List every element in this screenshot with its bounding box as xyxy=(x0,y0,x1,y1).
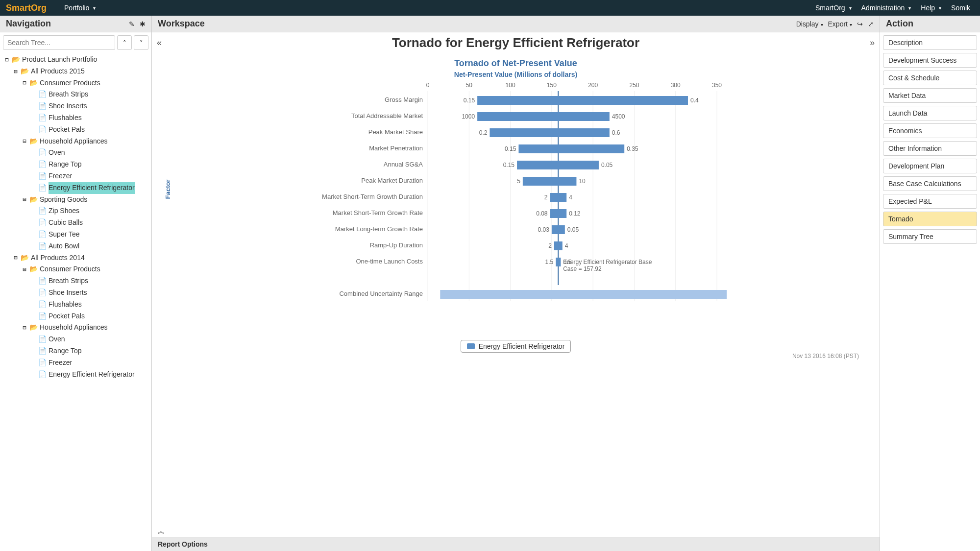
action-item[interactable]: Development Success xyxy=(883,53,977,68)
tree-item[interactable]: ⊟📂Sporting Goods xyxy=(4,194,147,206)
tree-label: Energy Efficient Refrigerator xyxy=(49,182,135,194)
svg-rect-30 xyxy=(518,144,624,153)
action-item[interactable]: Cost & Schedule xyxy=(883,71,977,85)
svg-text:0.08: 0.08 xyxy=(536,210,548,217)
tree-item[interactable]: 📄Flushables xyxy=(4,112,147,124)
search-input[interactable] xyxy=(3,35,115,50)
svg-text:150: 150 xyxy=(546,82,556,89)
action-item[interactable]: Economics xyxy=(883,123,977,138)
tree-item[interactable]: 📄Range Top xyxy=(4,159,147,170)
svg-rect-64 xyxy=(440,290,727,299)
tree-item[interactable]: ⊟📂Consumer Products xyxy=(4,264,147,275)
tree-item[interactable]: 📄Auto Bowl xyxy=(4,240,147,252)
tree-item[interactable]: ⊟📂Household Appliances xyxy=(4,136,147,147)
topmenu-smartorg[interactable]: SmartOrg xyxy=(811,2,856,14)
export-menu[interactable]: Export xyxy=(828,20,852,28)
collapse-right-icon[interactable]: » xyxy=(870,38,875,48)
tree-item[interactable]: 📄Energy Efficient Refrigerator xyxy=(4,182,147,194)
svg-text:One-time Launch Costs: One-time Launch Costs xyxy=(356,258,423,265)
file-icon: 📄 xyxy=(38,334,47,345)
action-item[interactable]: Description xyxy=(883,35,977,50)
report-options-header[interactable]: Report Options xyxy=(152,537,880,551)
tree-item[interactable]: 📄Zip Shoes xyxy=(4,205,147,217)
navigation-panel: Navigation ✎ ✱ ˄ ˅ ⊟📂Product Launch Port… xyxy=(0,16,152,551)
svg-text:Peak Market Duration: Peak Market Duration xyxy=(361,177,423,184)
toggle-icon[interactable]: ⊟ xyxy=(22,264,27,274)
action-item[interactable]: Expected P&L xyxy=(883,194,977,209)
svg-text:10: 10 xyxy=(579,178,586,185)
svg-text:1.5: 1.5 xyxy=(545,259,553,265)
action-item[interactable]: Market Data xyxy=(883,88,977,103)
topmenu-help[interactable]: Help xyxy=(917,2,945,14)
display-menu[interactable]: Display xyxy=(796,20,823,28)
tree-item[interactable]: 📄Flushables xyxy=(4,299,147,311)
svg-rect-22 xyxy=(477,112,610,121)
topmenu-somik[interactable]: Somik xyxy=(947,2,974,14)
share-icon[interactable]: ↪ xyxy=(857,20,863,28)
tree-item[interactable]: 📄Range Top xyxy=(4,345,147,357)
tree-item[interactable]: 📄Oven xyxy=(4,147,147,159)
tree-label: Energy Efficient Refrigerator xyxy=(49,369,135,381)
report-options-toggle[interactable]: ︽ xyxy=(152,526,880,537)
tree-item[interactable]: 📄Cubic Balls xyxy=(4,217,147,229)
workspace-panel: Workspace Display Export ↪ ⤢ « Tornado f… xyxy=(152,16,880,551)
tree-label: Super Tee xyxy=(49,229,80,240)
tree-item[interactable]: ⊟📂Product Launch Portfolio xyxy=(4,54,147,66)
search-next-button[interactable]: ˅ xyxy=(134,35,148,50)
folder-icon: 📂 xyxy=(29,264,38,275)
tree-item[interactable]: 📄Shoe Inserts xyxy=(4,287,147,299)
expand-icon[interactable]: ⤢ xyxy=(868,20,874,28)
action-item[interactable]: Development Plan xyxy=(883,159,977,173)
tree-item[interactable]: 📄Energy Efficient Refrigerator xyxy=(4,369,147,381)
tree-item[interactable]: 📄Oven xyxy=(4,334,147,345)
svg-text:0.03: 0.03 xyxy=(538,226,549,233)
toggle-icon[interactable]: ⊟ xyxy=(22,323,27,333)
svg-text:0.35: 0.35 xyxy=(627,145,638,152)
folder-icon: 📂 xyxy=(29,77,38,89)
svg-text:Market Short-Term Growth Durat: Market Short-Term Growth Duration xyxy=(322,193,423,200)
tree-item[interactable]: 📄Shoe Inserts xyxy=(4,100,147,112)
svg-text:4: 4 xyxy=(564,242,568,249)
svg-text:Combined Uncertainty Range: Combined Uncertainty Range xyxy=(339,290,423,297)
tree-item[interactable]: 📄Pocket Pals xyxy=(4,311,147,322)
toggle-icon[interactable]: ⊟ xyxy=(22,78,27,88)
action-item[interactable]: Summary Tree xyxy=(883,229,977,244)
gear-icon[interactable]: ✱ xyxy=(140,20,146,28)
edit-icon[interactable]: ✎ xyxy=(129,20,135,28)
tree-item[interactable]: 📄Super Tee xyxy=(4,229,147,240)
collapse-left-icon[interactable]: « xyxy=(157,38,162,48)
toggle-icon[interactable]: ⊟ xyxy=(13,253,19,263)
action-item[interactable]: Base Case Calculations xyxy=(883,176,977,191)
tree-item[interactable]: 📄Freezer xyxy=(4,357,147,369)
action-item[interactable]: Other Information xyxy=(883,141,977,156)
file-icon: 📄 xyxy=(38,159,47,170)
svg-text:0.05: 0.05 xyxy=(567,226,579,233)
svg-text:Annual SG&A: Annual SG&A xyxy=(383,161,423,168)
search-prev-button[interactable]: ˄ xyxy=(117,35,132,50)
tree-item[interactable]: ⊟📂Household Appliances xyxy=(4,322,147,334)
toggle-icon[interactable]: ⊟ xyxy=(13,67,19,76)
svg-text:0.6: 0.6 xyxy=(612,129,620,136)
tree-label: Sporting Goods xyxy=(40,194,87,206)
tree-item[interactable]: 📄Breath Strips xyxy=(4,275,147,287)
svg-text:50: 50 xyxy=(466,82,472,89)
file-icon: 📄 xyxy=(38,287,47,299)
tree-item[interactable]: ⊟📂All Products 2014 xyxy=(4,252,147,264)
topmenu-administration[interactable]: Administration xyxy=(858,2,915,14)
file-icon: 📄 xyxy=(38,124,47,136)
toggle-icon[interactable]: ⊟ xyxy=(22,136,27,146)
tree-item[interactable]: ⊟📂All Products 2015 xyxy=(4,66,147,77)
tree-item[interactable]: 📄Breath Strips xyxy=(4,89,147,100)
tree-item[interactable]: 📄Freezer xyxy=(4,170,147,182)
action-item[interactable]: Launch Data xyxy=(883,106,977,120)
svg-text:Market Penetration: Market Penetration xyxy=(369,144,423,152)
toggle-icon[interactable]: ⊟ xyxy=(22,194,27,204)
topmenu-portfolio[interactable]: Portfolio xyxy=(60,2,99,14)
tree-item[interactable]: ⊟📂Consumer Products xyxy=(4,77,147,89)
svg-rect-38 xyxy=(522,177,576,186)
svg-text:0.2: 0.2 xyxy=(479,129,487,136)
action-item[interactable]: Tornado xyxy=(883,212,977,226)
tree-item[interactable]: 📄Pocket Pals xyxy=(4,124,147,136)
tree-label: Pocket Pals xyxy=(49,124,85,136)
toggle-icon[interactable]: ⊟ xyxy=(4,55,10,65)
